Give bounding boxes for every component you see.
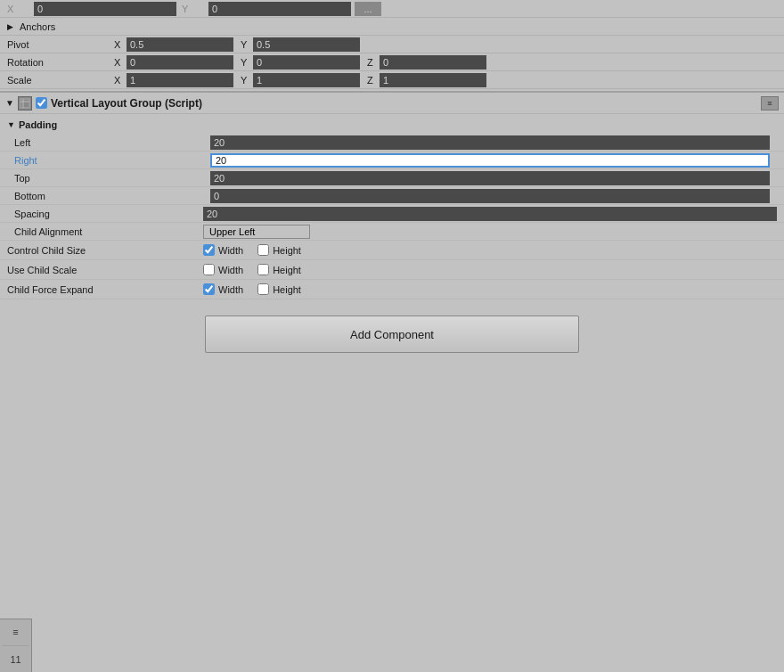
- control-height-item: Height: [257, 244, 301, 256]
- pivot-x-input[interactable]: [127, 37, 233, 52]
- left-row: Left: [0, 134, 784, 152]
- rotation-y-label: Y: [241, 57, 251, 68]
- right-input[interactable]: [210, 153, 770, 168]
- left-input[interactable]: [210, 135, 770, 150]
- pos-y-input[interactable]: [208, 2, 351, 16]
- rotation-x-input[interactable]: [127, 55, 233, 70]
- component-body: ▼ Padding Left Right Top Bottom: [0, 114, 784, 301]
- force-width-checkbox[interactable]: [203, 283, 215, 295]
- top-input[interactable]: [210, 171, 770, 185]
- use-scale-height-item: Height: [257, 264, 301, 275]
- pos-x-input[interactable]: [34, 2, 176, 16]
- scale-x-input[interactable]: [127, 73, 233, 87]
- force-width-item: Width: [203, 283, 243, 295]
- component-enabled-checkbox[interactable]: [36, 97, 47, 109]
- use-scale-width-item: Width: [203, 264, 243, 275]
- padding-fold-arrow: ▼: [7, 120, 15, 129]
- scale-x-label: X: [114, 75, 125, 86]
- rotation-z-label: Z: [367, 57, 378, 68]
- y-axis-label: Y: [182, 4, 208, 14]
- use-scale-height-checkbox[interactable]: [257, 264, 269, 275]
- pivot-x-label: X: [114, 39, 125, 50]
- control-height-checkbox[interactable]: [257, 244, 269, 256]
- pivot-row: Pivot X Y: [0, 36, 784, 53]
- component-title: Vertical Layout Group (Script): [51, 97, 761, 110]
- rotation-label: Rotation: [7, 57, 114, 68]
- component-section: ▼ Vertical Layout Group (Script) ≡ ▼ Pad…: [0, 91, 784, 301]
- pivot-xyz-group: X Y: [114, 37, 777, 52]
- use-child-scale-group: Width Height: [203, 264, 301, 275]
- child-alignment-dropdown[interactable]: Upper Left: [203, 225, 310, 239]
- bottom-label: Bottom: [14, 191, 210, 201]
- component-menu-button[interactable]: ≡: [761, 96, 779, 111]
- force-height-checkbox[interactable]: [257, 283, 269, 295]
- scale-xyz-group: X Y Z: [114, 73, 777, 87]
- control-child-size-row: Control Child Size Width Height: [0, 241, 784, 260]
- component-fold-arrow[interactable]: ▼: [5, 98, 14, 108]
- child-alignment-label: Child Alignment: [7, 226, 203, 237]
- inspector-panel: X Y ... ▶ Anchors Pivot X Y Rotation X Y…: [0, 0, 784, 367]
- rotation-xyz-group: X Y Z: [114, 55, 777, 70]
- use-child-scale-label: Use Child Scale: [7, 265, 203, 275]
- force-width-label: Width: [218, 284, 243, 295]
- pivot-label: Pivot: [7, 39, 114, 50]
- padding-label: Padding: [19, 119, 57, 130]
- child-force-expand-group: Width Height: [203, 283, 301, 295]
- use-scale-height-label: Height: [273, 265, 301, 275]
- anchors-label: Anchors: [20, 21, 55, 32]
- spacing-label: Spacing: [7, 209, 203, 219]
- bottom-bar: ≡ 11: [0, 619, 32, 672]
- component-icon: [18, 96, 32, 111]
- scale-z-input[interactable]: [380, 73, 486, 87]
- rotation-row: Rotation X Y Z: [0, 53, 784, 71]
- line-number: 11: [10, 654, 20, 665]
- x-axis-label: X: [7, 4, 34, 14]
- padding-section-header[interactable]: ▼ Padding: [0, 116, 784, 134]
- anchors-row[interactable]: ▶ Anchors: [0, 18, 784, 36]
- scale-y-label: Y: [241, 75, 251, 86]
- pivot-y-input[interactable]: [253, 37, 360, 52]
- bottom-divider: [2, 645, 29, 646]
- pivot-y-label: Y: [241, 39, 251, 50]
- anchors-collapse-arrow: ▶: [7, 22, 16, 31]
- spacing-row: Spacing: [0, 205, 784, 223]
- scale-row: Scale X Y Z: [0, 71, 784, 89]
- child-alignment-row: Child Alignment Upper Left: [0, 223, 784, 241]
- position-row: X Y ...: [0, 0, 784, 18]
- rotation-x-label: X: [114, 57, 125, 68]
- scale-z-label: Z: [367, 75, 378, 86]
- control-width-checkbox[interactable]: [203, 244, 215, 256]
- component-header: ▼ Vertical Layout Group (Script) ≡: [0, 93, 784, 114]
- child-force-expand-label: Child Force Expand: [7, 284, 203, 295]
- control-width-item: Width: [203, 244, 243, 256]
- top-label: Top: [14, 173, 210, 184]
- rotation-y-input[interactable]: [253, 55, 360, 70]
- control-width-label: Width: [218, 245, 243, 256]
- rotation-z-input[interactable]: [380, 55, 486, 70]
- control-child-size-group: Width Height: [203, 244, 301, 256]
- svg-rect-0: [20, 99, 29, 108]
- child-force-expand-row: Child Force Expand Width Height: [0, 280, 784, 299]
- scale-label: Scale: [7, 75, 114, 86]
- add-component-section: Add Component: [0, 301, 784, 367]
- force-height-item: Height: [257, 283, 301, 295]
- right-row: Right: [0, 152, 784, 169]
- use-scale-width-label: Width: [218, 265, 243, 275]
- control-child-size-label: Control Child Size: [7, 245, 203, 256]
- right-label: Right: [14, 155, 210, 166]
- use-child-scale-row: Use Child Scale Width Height: [0, 260, 784, 280]
- bottom-row: Bottom: [0, 187, 784, 205]
- add-component-button[interactable]: Add Component: [205, 316, 579, 353]
- spacing-input[interactable]: [203, 207, 777, 221]
- force-height-label: Height: [273, 284, 301, 295]
- bottom-input[interactable]: [210, 189, 770, 203]
- control-height-label: Height: [273, 245, 301, 256]
- left-label: Left: [14, 137, 210, 148]
- top-row: Top: [0, 169, 784, 187]
- pos-dots-button[interactable]: ...: [355, 2, 381, 16]
- lines-icon[interactable]: ≡: [12, 627, 18, 637]
- scale-y-input[interactable]: [253, 73, 360, 87]
- use-scale-width-checkbox[interactable]: [203, 264, 215, 275]
